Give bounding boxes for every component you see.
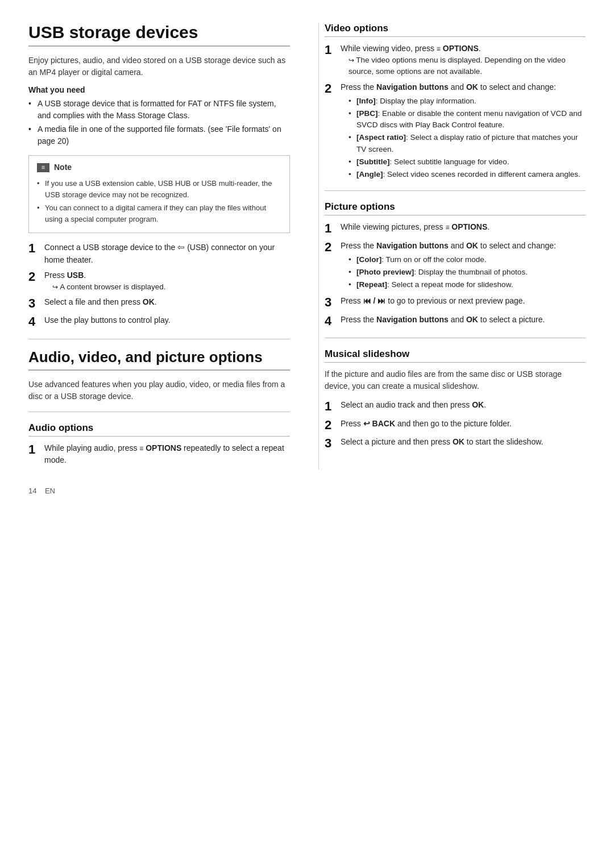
step-content: Select a picture and then press OK to st… (341, 436, 586, 448)
step-text: Use the play buttons to control play. (44, 315, 171, 325)
step-num: 3 (325, 295, 341, 310)
audio-step-1: 1 While playing audio, press ≡ OPTIONS r… (28, 442, 290, 466)
note-list: If you use a USB extension cable, USB HU… (37, 178, 281, 225)
step-text: Press USB. (44, 271, 86, 280)
musical-steps: 1 Select an audio track and then press O… (325, 399, 586, 451)
step-3: 3 Select a file and then press OK. (28, 296, 290, 311)
divider (28, 339, 290, 339)
video-options-list: [Info]: Display the play information. [P… (341, 95, 586, 181)
picture-step-1: 1 While viewing pictures, press ≡ OPTION… (325, 221, 586, 236)
picture-options-list: [Color]: Turn on or off the color mode. … (341, 254, 586, 291)
note-label: Note (54, 161, 72, 173)
step-num: 4 (28, 314, 44, 329)
step-content: Press USB. A content browser is displaye… (44, 269, 290, 293)
step-content: While viewing video, press ≡ OPTIONS. Th… (341, 43, 586, 78)
step-content: While viewing pictures, press ≡ OPTIONS. (341, 221, 586, 233)
right-column: Video options 1 While viewing video, pre… (318, 23, 586, 470)
picture-step-2: 2 Press the Navigation buttons and OK to… (325, 240, 586, 292)
audio-options-title: Audio options (28, 422, 290, 437)
musical-step-1: 1 Select an audio track and then press O… (325, 399, 586, 414)
step-text: Press the Navigation buttons and OK to s… (341, 315, 545, 324)
list-item: [Photo preview]: Display the thumbnail o… (349, 267, 586, 278)
step-sub: The video options menu is displayed. Dep… (341, 55, 586, 78)
picture-options-title: Picture options (325, 201, 586, 215)
step-content: While playing audio, press ≡ OPTIONS rep… (44, 442, 290, 466)
what-you-need-list: A USB storage device that is formatted f… (28, 98, 290, 147)
musical-intro: If the picture and audio files are from … (325, 368, 586, 392)
step-num: 2 (325, 240, 341, 255)
step-text: Press the Navigation buttons and OK to s… (341, 82, 556, 92)
step-num: 2 (325, 418, 341, 433)
step-2: 2 Press USB. A content browser is displa… (28, 269, 290, 293)
step-num: 1 (325, 399, 341, 414)
audio-steps: 1 While playing audio, press ≡ OPTIONS r… (28, 442, 290, 466)
step-num: 1 (325, 43, 341, 57)
picture-steps: 1 While viewing pictures, press ≡ OPTION… (325, 221, 586, 329)
step-text: Select a file and then press OK. (44, 297, 157, 306)
step-text: Select a picture and then press OK to st… (341, 437, 543, 446)
step-text: While playing audio, press ≡ OPTIONS rep… (44, 443, 284, 464)
list-item: [Info]: Display the play information. (349, 95, 586, 107)
list-item: [PBC]: Enable or disable the content men… (349, 108, 586, 131)
step-content: Use the play buttons to control play. (44, 314, 290, 326)
step-num: 1 (28, 442, 44, 457)
step-content: Select an audio track and then press OK. (341, 399, 586, 411)
divider (325, 190, 586, 191)
what-you-need-title: What you need (28, 85, 290, 94)
step-text: Connect a USB storage device to the ⇦ (U… (44, 243, 275, 264)
page-number: 14 (28, 487, 36, 495)
usb-section-title: USB storage devices (28, 23, 290, 47)
picture-step-3: 3 Press ⏮ / ⏭ to go to previous or next … (325, 295, 586, 310)
step-text: Press ⏮ / ⏭ to go to previous or next pr… (341, 296, 525, 305)
step-4: 4 Use the play buttons to control play. (28, 314, 290, 329)
video-steps: 1 While viewing video, press ≡ OPTIONS. … (325, 43, 586, 181)
divider (28, 412, 290, 412)
list-item: [Repeat]: Select a repeat mode for slide… (349, 279, 586, 290)
step-text: Select an audio track and then press OK. (341, 400, 486, 409)
list-item: A media file in one of the supported fil… (28, 123, 290, 147)
video-step-2: 2 Press the Navigation buttons and OK to… (325, 81, 586, 182)
usb-icon: ⇦ (177, 242, 185, 252)
page-footer: 14 EN (28, 487, 586, 495)
step-content: Select a file and then press OK. (44, 296, 290, 308)
step-content: Press ⏮ / ⏭ to go to previous or next pr… (341, 295, 586, 307)
step-num: 3 (28, 296, 44, 311)
step-1: 1 Connect a USB storage device to the ⇦ … (28, 241, 290, 266)
list-item: You can connect to a digital camera if t… (37, 202, 281, 225)
musical-step-3: 3 Select a picture and then press OK to … (325, 436, 586, 451)
step-content: Press the Navigation buttons and OK to s… (341, 240, 586, 292)
step-num: 1 (28, 241, 44, 256)
note-icon (37, 163, 49, 172)
step-content: Press the Navigation buttons and OK to s… (341, 314, 586, 326)
list-item: [Angle]: Select video scenes recorded in… (349, 169, 586, 180)
divider (325, 338, 586, 338)
usb-steps: 1 Connect a USB storage device to the ⇦ … (28, 241, 290, 330)
step-text: While viewing video, press ≡ OPTIONS. (341, 44, 481, 53)
musical-step-2: 2 Press ↩ BACK and then go to the pictur… (325, 418, 586, 433)
list-item: [Aspect ratio]: Select a display ratio o… (349, 132, 586, 155)
step-sub: A content browser is displayed. (44, 281, 290, 293)
usb-intro: Enjoy pictures, audio, and video stored … (28, 55, 290, 78)
step-text: Press ↩ BACK and then go to the picture … (341, 419, 512, 428)
step-num: 4 (325, 314, 341, 329)
step-num: 2 (28, 269, 44, 284)
step-num: 1 (325, 221, 341, 236)
page-lang: EN (45, 487, 55, 495)
step-content: Press ↩ BACK and then go to the picture … (341, 418, 586, 430)
list-item: If you use a USB extension cable, USB HU… (37, 178, 281, 200)
step-content: Connect a USB storage device to the ⇦ (U… (44, 241, 290, 266)
step-num: 2 (325, 81, 341, 96)
list-item: [Subtitle]: Select subtitle language for… (349, 156, 586, 168)
avp-section-title: Audio, video, and picture options (28, 348, 290, 371)
step-text: While viewing pictures, press ≡ OPTIONS. (341, 222, 489, 231)
avp-intro: Use advanced features when you play audi… (28, 379, 290, 402)
list-item: [Color]: Turn on or off the color mode. (349, 254, 586, 265)
step-text: Press the Navigation buttons and OK to s… (341, 241, 556, 250)
picture-step-4: 4 Press the Navigation buttons and OK to… (325, 314, 586, 329)
video-step-1: 1 While viewing video, press ≡ OPTIONS. … (325, 43, 586, 78)
note-box: Note If you use a USB extension cable, U… (28, 155, 290, 233)
musical-slideshow-title: Musical slideshow (325, 348, 586, 363)
note-header: Note (37, 161, 281, 173)
step-num: 3 (325, 436, 341, 451)
left-column: USB storage devices Enjoy pictures, audi… (28, 23, 296, 470)
